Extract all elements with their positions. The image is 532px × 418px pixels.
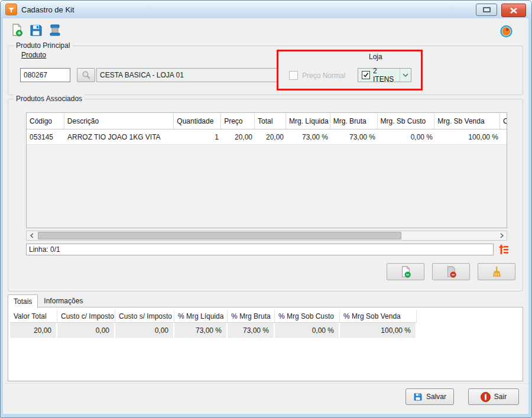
grid-col-quantidade[interactable]: Quantidade [174,113,221,129]
cell-mrg-sb-custo: 0,00 % [378,129,436,144]
add-item-button[interactable] [387,263,424,280]
produtos-grid: Código Descrição Quantidade Preço Total … [26,112,507,228]
totais-mrg-bruta: 73,00 % [228,323,275,338]
broom-icon [490,265,503,278]
scroll-right-icon[interactable] [497,231,507,240]
totais-mrg-liquida: 73,00 % [174,323,228,338]
footer-buttons: Salvar Sair [406,388,519,405]
totais-header-row: Valor Total Custo c/ Imposto Custo s/ Im… [10,310,417,323]
produto-codigo-value: 080267 [24,71,47,79]
exit-button[interactable]: Sair [468,388,519,405]
clear-button[interactable] [478,263,515,280]
save-button[interactable]: Salvar [406,388,454,405]
table-row[interactable]: 053145 ARROZ TIO JOAO 1KG VITA 1 20,00 2… [27,129,507,145]
app-icon [5,4,17,15]
close-button[interactable] [501,4,526,17]
grid-col-mrg-bruta[interactable]: Mrg. Bruta [330,113,378,129]
window-title: Cadastro de Kit [21,5,74,14]
produto-descricao-value: CESTA BASICA - LOJA 01 [100,71,184,79]
totais-panel: Valor Total Custo c/ Imposto Custo s/ Im… [8,307,523,381]
toolbar [9,22,63,38]
loja-label: Loja [369,53,382,61]
totais-col-mrg-liquida: % Mrg Líquida [174,310,228,322]
produto-codigo-input[interactable]: 080267 [20,68,70,82]
window: Cadastro de Kit [0,0,532,418]
totais-mrg-sob-custo: 0,00 % [275,323,340,338]
remove-item-icon [445,265,458,278]
maximize-button[interactable] [476,4,497,16]
tab-totais[interactable]: Totais [8,294,38,308]
chevron-down-icon[interactable] [400,69,411,82]
preco-normal-checkbox[interactable] [289,71,298,80]
remove-item-button[interactable] [432,263,470,280]
new-document-icon[interactable] [9,22,25,38]
cell-mrg-sb-venda: 100,00 % [436,129,501,144]
close-icon [510,8,517,14]
cell-total: 20,00 [255,129,287,144]
cell-descricao: ARROZ TIO JOAO 1KG VITA [64,129,174,144]
grid-col-preco[interactable]: Preço [221,113,255,129]
tab-informacoes[interactable]: Informações [38,294,89,307]
horizontal-scrollbar[interactable] [26,231,507,241]
grid-col-mrg-liquida[interactable]: Mrg. Líquida [286,113,330,129]
totais-col-mrg-sob-custo: % Mrg Sob Custo [275,310,340,322]
loja-checked-icon [362,71,370,79]
totais-mrg-sob-venda: 100,00 % [340,323,417,338]
grid-col-partial[interactable]: C [500,113,507,129]
bottom-tabs: Totais Informações [8,294,89,307]
grid-header-row: Código Descrição Quantidade Preço Total … [27,113,507,129]
preco-normal-label: Preço Normal [302,72,345,80]
produtos-associados-legend: Produtos Associados [14,95,85,103]
grid-action-buttons [387,263,515,280]
add-item-icon [399,265,412,278]
totais-col-mrg-sob-venda: % Mrg Sob Venda [340,310,417,322]
totais-col-valor-total: Valor Total [10,310,57,322]
row-status-text: Linha: 0/1 [29,245,60,254]
cell-preco: 20,00 [222,129,255,144]
client-area: Produto Principal Produto 080267 CESTA B… [3,18,528,414]
move-to-top-icon[interactable] [495,242,510,256]
save-icon[interactable] [28,22,44,38]
totais-custo-s-imposto: 0,00 [115,323,174,338]
grid-col-descricao[interactable]: Descrição [64,113,174,129]
row-status-field: Linha: 0/1 [26,244,494,255]
grid-col-mrg-sb-venda[interactable]: Mrg. Sb Venda [434,113,500,129]
produto-principal-group: Produto Principal Produto 080267 CESTA B… [8,46,523,95]
cell-mrg-bruta: 73,00 % [331,129,378,144]
produtos-associados-group: Produtos Associados Código Descrição Qua… [8,99,523,291]
save-floppy-icon [413,392,423,401]
scrollbar-track[interactable] [37,231,497,240]
totais-col-mrg-bruta: % Mrg Bruta [228,310,275,322]
grid-col-mrg-sb-custo[interactable]: Mrg. Sb Custo [378,113,435,129]
cell-mrg-liquida: 73,00 % [287,129,331,144]
grid-col-total[interactable]: Total [255,113,286,129]
produto-principal-legend: Produto Principal [14,41,72,50]
print-icon[interactable] [47,22,63,38]
loja-selected-value: 2 ITENS [373,67,400,83]
totais-table: Valor Total Custo c/ Imposto Custo s/ Im… [10,310,417,338]
cell-codigo: 053145 [27,129,64,144]
loja-dropdown[interactable]: 2 ITENS [358,68,411,82]
footer-divider [3,384,528,385]
totais-custo-c-imposto: 0,00 [57,323,115,338]
search-product-button[interactable] [77,68,95,82]
produto-label: Produto [21,51,46,59]
save-button-label: Salvar [426,393,446,401]
search-icon [82,70,91,80]
scroll-left-icon[interactable] [27,231,37,240]
totais-col-custo-s-imposto: Custo s/ Imposto [115,310,174,322]
exit-button-label: Sair [494,393,507,401]
cell-quantidade: 1 [174,129,222,144]
exit-power-icon [481,392,491,402]
totais-value-row: 20,00 0,00 0,00 73,00 % 73,00 % 0,00 % 1… [10,323,417,338]
totais-valor-total: 20,00 [10,323,57,338]
timer-icon[interactable] [499,24,513,38]
maximize-icon [483,7,491,12]
produto-descricao-field[interactable]: CESTA BASICA - LOJA 01 [96,68,278,82]
scrollbar-thumb[interactable] [38,232,401,239]
totais-col-custo-c-imposto: Custo c/ Imposto [57,310,115,322]
grid-col-codigo[interactable]: Código [27,113,64,129]
titlebar: Cadastro de Kit [1,1,531,18]
